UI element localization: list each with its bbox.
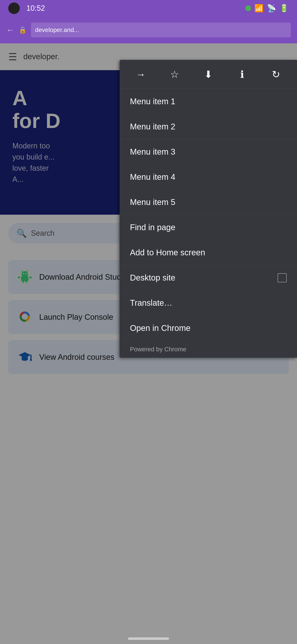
wifi-icon: 📶 bbox=[254, 4, 264, 12]
menu-item-3[interactable]: Menu item 3 bbox=[120, 139, 297, 164]
address-text: developer.and... bbox=[35, 26, 79, 34]
recording-dot bbox=[8, 2, 20, 14]
menu-item-2[interactable]: Menu item 2 bbox=[120, 114, 297, 139]
desktop-site-item[interactable]: Desktop site bbox=[120, 265, 297, 290]
signal-icon: 📡 bbox=[267, 4, 276, 12]
menu-item-1[interactable]: Menu item 1 bbox=[120, 89, 297, 114]
address-bar[interactable]: developer.and... bbox=[31, 22, 291, 37]
add-to-home-screen-label: Add to Home screen bbox=[130, 248, 287, 257]
status-dot bbox=[245, 5, 251, 11]
info-icon[interactable]: ℹ bbox=[234, 66, 250, 82]
menu-item-2-label: Menu item 2 bbox=[130, 122, 287, 131]
find-in-page-label: Find in page bbox=[130, 223, 287, 232]
translate-label: Translate… bbox=[130, 298, 287, 308]
translate-item[interactable]: Translate… bbox=[120, 290, 297, 316]
browser-bar: ← 🔒 developer.and... bbox=[0, 16, 297, 43]
dropdown-menu: → ☆ ⬇ ℹ ↻ Menu item 1 Menu item 2 Menu i… bbox=[120, 60, 297, 358]
menu-item-1-label: Menu item 1 bbox=[130, 97, 287, 106]
download-icon[interactable]: ⬇ bbox=[200, 66, 217, 82]
status-bar: 10:52 📶 📡 🔋 bbox=[0, 0, 297, 16]
menu-item-3-label: Menu item 3 bbox=[130, 147, 287, 156]
forward-icon[interactable]: → bbox=[132, 66, 149, 82]
find-in-page-item[interactable]: Find in page bbox=[120, 215, 297, 240]
bookmark-icon[interactable]: ☆ bbox=[166, 66, 183, 82]
add-to-home-screen-item[interactable]: Add to Home screen bbox=[120, 240, 297, 265]
status-time: 10:52 bbox=[26, 4, 45, 12]
menu-item-4-label: Menu item 4 bbox=[130, 172, 287, 182]
powered-footer: Powered by Chrome bbox=[120, 341, 297, 358]
menu-item-5-label: Menu item 5 bbox=[130, 198, 287, 207]
home-pill[interactable] bbox=[128, 638, 169, 640]
desktop-site-checkbox[interactable] bbox=[278, 273, 287, 282]
open-in-chrome-label: Open in Chrome bbox=[130, 324, 287, 333]
lock-icon: 🔒 bbox=[18, 26, 27, 34]
refresh-icon[interactable]: ↻ bbox=[268, 66, 284, 82]
menu-toolbar: → ☆ ⬇ ℹ ↻ bbox=[120, 60, 297, 89]
status-icons: 📶 📡 🔋 bbox=[245, 4, 289, 12]
powered-footer-text: Powered by Chrome bbox=[130, 346, 186, 352]
open-in-chrome-item[interactable]: Open in Chrome bbox=[120, 316, 297, 341]
menu-item-4[interactable]: Menu item 4 bbox=[120, 164, 297, 190]
menu-item-5[interactable]: Menu item 5 bbox=[120, 190, 297, 215]
battery-icon: 🔋 bbox=[280, 4, 289, 12]
page-content: ☰ developer. A for D Modern too you buil… bbox=[0, 43, 297, 644]
desktop-site-label: Desktop site bbox=[130, 273, 278, 282]
back-button[interactable]: ← bbox=[6, 26, 14, 35]
